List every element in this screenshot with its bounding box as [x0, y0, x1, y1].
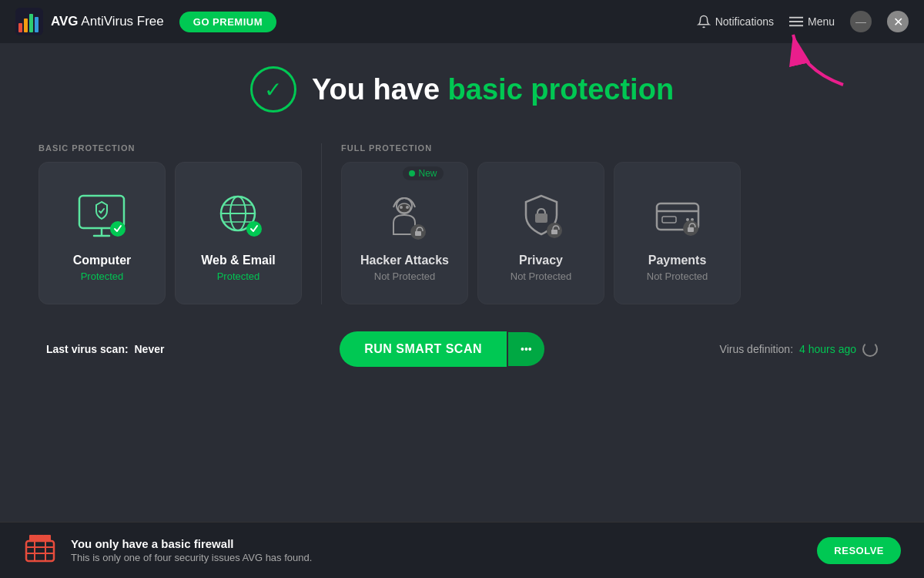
privacy-card-name: Privacy — [519, 254, 563, 267]
app-header: AVG AntiVirus Free GO PREMIUM Notificati… — [0, 0, 924, 43]
hacker-attacks-card[interactable]: New — [341, 162, 468, 304]
svg-point-22 — [406, 206, 409, 209]
scan-more-button[interactable]: ••• — [508, 332, 544, 366]
computer-icon — [73, 192, 131, 242]
svg-rect-34 — [688, 227, 694, 232]
payments-card[interactable]: Payments Not Protected — [614, 162, 741, 304]
privacy-icon-area — [511, 188, 572, 246]
checkmark-icon: ✓ — [264, 77, 282, 102]
minimize-button[interactable]: — — [850, 11, 872, 32]
computer-card[interactable]: Computer Protected — [38, 162, 166, 304]
web-email-card-status: Protected — [217, 271, 260, 282]
basic-protection-section: BASIC PROTECTION — [38, 143, 302, 304]
status-title: You have basic protection — [312, 73, 674, 106]
scan-bar: Last virus scan: Never RUN SMART SCAN ••… — [38, 331, 886, 367]
section-divider — [321, 143, 322, 304]
main-content: ✓ You have basic protection BASIC PROTEC… — [0, 43, 924, 382]
bell-icon — [697, 15, 711, 29]
minimize-icon: — — [855, 16, 866, 27]
go-premium-button[interactable]: GO PREMIUM — [179, 12, 276, 32]
hacker-icon — [380, 192, 430, 242]
scan-button-group: RUN SMART SCAN ••• — [340, 331, 544, 367]
last-scan-info: Last virus scan: Never — [46, 343, 164, 355]
firewall-svg-icon — [23, 533, 57, 567]
alert-bar: You only have a basic firewall This is o… — [0, 522, 924, 578]
web-email-card-name: Web & Email — [201, 254, 276, 267]
svg-rect-30 — [662, 217, 676, 223]
menu-label: Menu — [808, 15, 835, 28]
check-circle: ✓ — [250, 66, 296, 113]
firewall-icon — [23, 533, 57, 567]
alert-text: You only have a basic firewall This is o… — [71, 537, 803, 563]
svg-rect-35 — [26, 541, 54, 561]
last-scan-value: Never — [135, 343, 165, 355]
refresh-icon[interactable] — [862, 341, 878, 357]
app-title: AVG AntiVirus Free — [51, 14, 164, 29]
new-label: New — [418, 168, 437, 179]
avg-logo-icon — [15, 8, 43, 35]
basic-cards-row: Computer Protected — [38, 162, 302, 304]
status-header: ✓ You have basic protection — [38, 66, 886, 113]
svg-rect-41 — [36, 535, 44, 541]
virus-def-label: Virus definition: — [720, 343, 793, 355]
svg-rect-40 — [29, 535, 37, 541]
svg-rect-1 — [18, 23, 22, 32]
protection-sections: BASIC PROTECTION — [38, 143, 886, 304]
run-smart-scan-button[interactable]: RUN SMART SCAN — [340, 331, 507, 367]
full-cards-row: New — [341, 162, 886, 304]
notifications-label: Notifications — [715, 15, 774, 28]
virus-definition-info: Virus definition: 4 hours ago — [720, 341, 878, 357]
last-scan-label: Last virus scan: — [46, 343, 129, 355]
web-email-card[interactable]: Web & Email Protected — [175, 162, 302, 304]
hacker-card-name: Hacker Attacks — [360, 254, 449, 267]
svg-rect-27 — [551, 230, 557, 234]
hacker-icon-area: New — [374, 188, 436, 246]
basic-section-label: BASIC PROTECTION — [38, 143, 302, 153]
header-left: AVG AntiVirus Free GO PREMIUM — [15, 8, 276, 35]
hacker-card-status: Not Protected — [374, 271, 436, 282]
virus-def-value: 4 hours ago — [799, 343, 856, 355]
close-icon: ✕ — [893, 15, 903, 29]
privacy-icon — [514, 192, 568, 242]
payments-icon — [651, 192, 705, 242]
payments-icon-area — [647, 188, 708, 246]
computer-icon-area — [72, 188, 133, 246]
svg-rect-3 — [29, 14, 33, 32]
computer-card-status: Protected — [81, 271, 124, 282]
close-button[interactable]: ✕ — [887, 11, 909, 32]
full-protection-section: FULL PROTECTION New — [341, 143, 886, 304]
web-email-icon — [209, 192, 267, 242]
svg-rect-24 — [415, 231, 421, 236]
svg-rect-2 — [24, 18, 28, 32]
svg-rect-4 — [35, 17, 38, 32]
menu-icon — [789, 16, 803, 27]
svg-point-21 — [400, 206, 403, 209]
computer-card-name: Computer — [73, 254, 132, 267]
new-dot-icon — [409, 170, 415, 176]
full-section-label: FULL PROTECTION — [341, 143, 886, 153]
payments-card-name: Payments — [648, 254, 707, 267]
notifications-button[interactable]: Notifications — [697, 15, 774, 29]
web-email-icon-area — [208, 188, 270, 246]
menu-button[interactable]: Menu — [789, 15, 835, 28]
alert-title: You only have a basic firewall — [71, 537, 803, 550]
new-badge: New — [403, 166, 443, 180]
privacy-card-status: Not Protected — [511, 271, 572, 282]
payments-card-status: Not Protected — [647, 271, 708, 282]
header-right: Notifications Menu — ✕ — [697, 11, 909, 32]
svg-rect-25 — [535, 213, 547, 223]
privacy-card[interactable]: Privacy Not Protected — [477, 162, 604, 304]
svg-rect-42 — [43, 535, 51, 541]
alert-description: This is only one of four security issues… — [71, 552, 803, 563]
resolve-button[interactable]: RESOLVE — [817, 537, 901, 564]
